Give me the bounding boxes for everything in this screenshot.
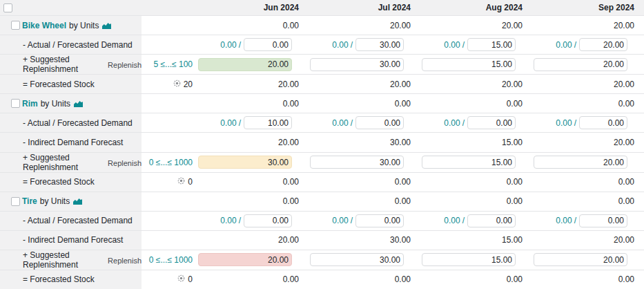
minmax-header-cell: [142, 0, 197, 15]
indirect-demand-row: - Indirect Demand Forecast20.0030.0015.0…: [0, 132, 644, 151]
indirect-demand-value: 20.00: [614, 138, 634, 147]
minmax-range-cell: 0 ≤...≤ 1000: [142, 250, 197, 270]
forecast-demand-input[interactable]: [355, 116, 404, 129]
product-unit-label: by Units: [69, 21, 99, 30]
forecast-demand-input[interactable]: [579, 116, 627, 129]
replenishment-input[interactable]: [422, 58, 516, 71]
stock-row-label: = Forecasted Stock: [0, 177, 95, 187]
actual-demand-link[interactable]: 0.00: [556, 40, 572, 50]
replenishment-cell: [532, 55, 644, 74]
forecasted-stock-value: 20.00: [278, 80, 299, 89]
forecast-demand-input[interactable]: [244, 116, 292, 129]
demand-cell: 0.00/: [420, 35, 532, 54]
forecasted-stock-value: 0.00: [507, 177, 523, 187]
target-icon: [177, 274, 188, 284]
demand-row: - Actual / Forecasted Demand0.00/0.00/0.…: [0, 35, 644, 54]
replenishment-row: + Suggested ReplenishmentReplenish0 ≤...…: [0, 250, 644, 270]
indirect-demand-cell: 15.00: [420, 133, 532, 151]
replenishment-cell: [197, 55, 309, 74]
forecast-demand-input[interactable]: [355, 214, 404, 227]
actual-demand-link[interactable]: 0.00: [220, 216, 236, 225]
forecast-demand-input[interactable]: [355, 38, 404, 51]
forecasted-stock-value: 20.00: [614, 80, 634, 89]
replenishment-cell: [420, 250, 532, 270]
replenishment-label-cell: + Suggested ReplenishmentReplenish: [0, 55, 142, 74]
replenishment-input[interactable]: [198, 253, 292, 266]
graph-icon[interactable]: [74, 100, 83, 107]
forecast-demand-input[interactable]: [467, 116, 516, 129]
product-checkbox[interactable]: [11, 197, 20, 206]
forecasted-stock-row: = Forecasted Stock00.000.000.000.00: [0, 172, 644, 192]
replenishment-input[interactable]: [198, 58, 292, 71]
select-all-checkbox[interactable]: [3, 3, 12, 12]
demand-cell: 0.00/: [309, 212, 420, 230]
replenish-button[interactable]: Replenish: [108, 257, 142, 265]
graph-icon[interactable]: [73, 198, 82, 205]
replenishment-label-cell: + Suggested ReplenishmentReplenish: [0, 250, 142, 270]
demand-separator: /: [462, 40, 465, 50]
forecast-demand-input[interactable]: [579, 214, 627, 227]
minmax-cell: [142, 231, 197, 250]
replenishment-input[interactable]: [310, 253, 404, 266]
replenishment-input[interactable]: [534, 58, 627, 71]
forecast-demand-input[interactable]: [244, 214, 292, 227]
minmax-range-link[interactable]: 0 ≤...≤ 1000: [149, 255, 193, 265]
replenishment-row-label: + Suggested Replenishment: [0, 153, 103, 172]
replenishment-input[interactable]: [310, 58, 404, 71]
replenishment-cell: [420, 153, 532, 172]
forecasted-stock-value: 0.00: [283, 274, 299, 284]
forecast-demand-input[interactable]: [579, 38, 627, 51]
indirect-row-label: - Indirect Demand Forecast: [0, 235, 123, 245]
product-name-link[interactable]: Rim: [22, 99, 38, 109]
replenishment-input[interactable]: [422, 156, 516, 169]
graph-icon[interactable]: [102, 22, 111, 29]
product-checkbox[interactable]: [11, 99, 20, 108]
forecast-demand-input[interactable]: [467, 214, 516, 227]
forecasted-stock-value: 0.00: [618, 274, 634, 284]
demand-separator: /: [239, 40, 241, 50]
actual-demand-link[interactable]: 0.00: [332, 216, 348, 225]
forecasted-stock-cell: 20.00: [309, 75, 420, 93]
minmax-range-link[interactable]: 5 ≤...≤ 100: [153, 59, 193, 69]
actual-demand-link[interactable]: 0.00: [444, 118, 460, 128]
replenish-button[interactable]: Replenish: [108, 159, 142, 167]
product-name-link[interactable]: Bike Wheel: [22, 21, 66, 30]
indirect-demand-cell: 20.00: [197, 133, 309, 151]
replenishment-input[interactable]: [198, 156, 292, 169]
replenish-button[interactable]: Replenish: [108, 61, 142, 69]
demand-label-cell: - Actual / Forecasted Demand: [0, 35, 142, 54]
product-checkbox[interactable]: [11, 21, 20, 30]
column-header-sep: Sep 2024: [532, 0, 644, 15]
replenishment-input[interactable]: [534, 253, 627, 266]
minmax-range-link[interactable]: 0 ≤...≤ 1000: [149, 158, 193, 167]
replenishment-input[interactable]: [310, 156, 404, 169]
forecasted-stock-cell: 0.00: [420, 270, 532, 289]
actual-demand-link[interactable]: 0.00: [220, 40, 236, 50]
product-name-link[interactable]: Tire: [22, 196, 37, 206]
stock-target-value: 0: [188, 177, 193, 187]
actual-demand-link[interactable]: 0.00: [220, 118, 236, 128]
column-header-jun: Jun 2024: [197, 0, 309, 15]
actual-demand-link[interactable]: 0.00: [556, 216, 572, 225]
forecast-demand-input[interactable]: [244, 38, 292, 51]
actual-demand-link[interactable]: 0.00: [332, 118, 348, 128]
forecast-demand-input[interactable]: [467, 38, 516, 51]
replenishment-input[interactable]: [422, 253, 516, 266]
actual-demand-link[interactable]: 0.00: [556, 118, 572, 128]
replenishment-input[interactable]: [534, 156, 627, 169]
product-total-value: 0.00: [507, 99, 523, 109]
product-total-cell: 0.00: [197, 192, 309, 211]
product-total-cell: 0.00: [532, 192, 644, 211]
minmax-cell: [142, 113, 197, 132]
forecasted-stock-value: 0.00: [395, 274, 411, 284]
actual-demand-link[interactable]: 0.00: [444, 216, 460, 225]
stock-target-badge: 20: [173, 80, 193, 89]
actual-demand-link[interactable]: 0.00: [444, 40, 460, 50]
demand-cell: 0.00/: [420, 212, 532, 230]
actual-demand-link[interactable]: 0.00: [332, 40, 348, 50]
forecasted-stock-row: = Forecasted Stock2020.0020.0020.0020.00: [0, 74, 644, 93]
product-row: Rimby Units0.000.000.000.00: [0, 93, 644, 113]
demand-separator: /: [462, 216, 465, 225]
product-total-value: 0.00: [283, 99, 299, 109]
mps-schedule-grid: Jun 2024 Jul 2024 Aug 2024 Sep 2024 Bike…: [0, 0, 644, 289]
